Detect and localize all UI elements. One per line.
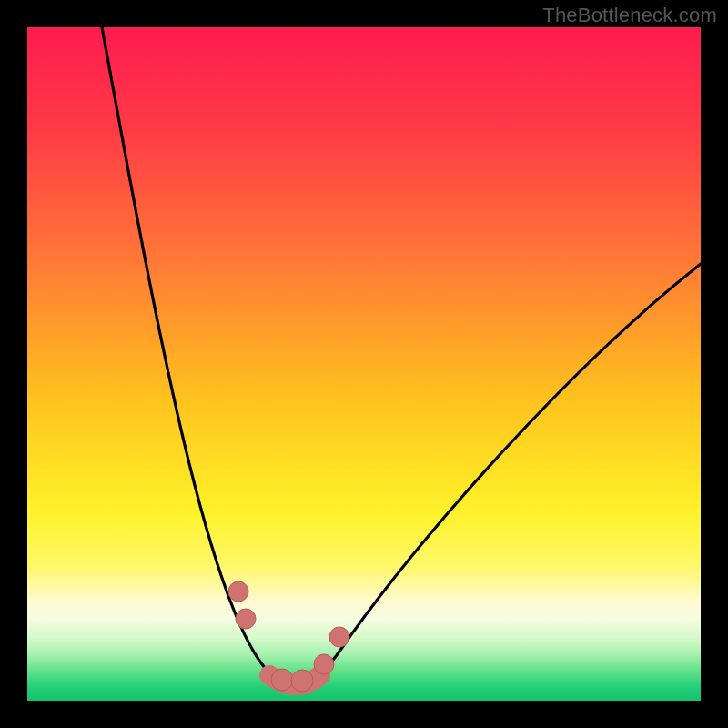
data-marker-5 [329,627,349,647]
data-marker-0 [228,581,248,602]
bottleneck-chart [27,27,701,701]
watermark-text: TheBottleneck.com [542,4,717,27]
data-marker-4 [314,654,334,674]
chart-frame: TheBottleneck.com [0,0,728,728]
data-marker-3 [291,670,313,692]
gradient-bg-rect [27,27,701,701]
data-marker-1 [236,609,256,629]
data-marker-2 [271,669,293,691]
